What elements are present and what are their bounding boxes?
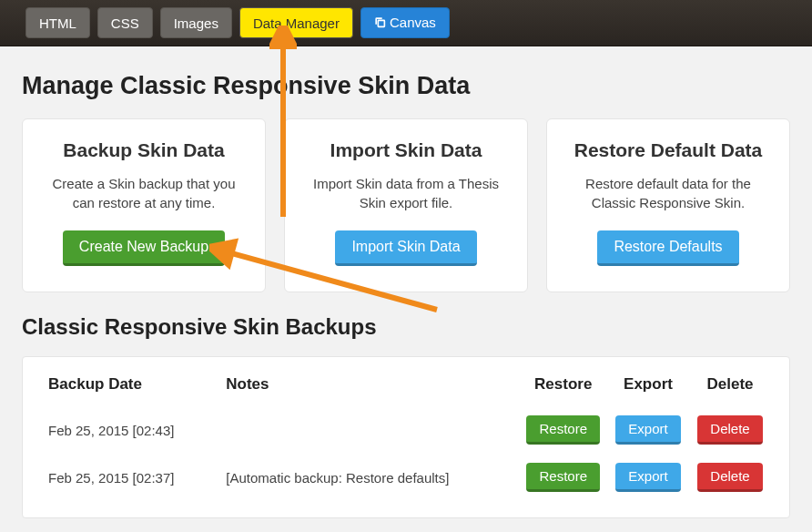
backups-table-wrap: Backup Date Notes Restore Export Delete … xyxy=(22,356,790,518)
create-backup-button[interactable]: Create New Backup xyxy=(63,230,225,266)
th-notes: Notes xyxy=(218,370,519,406)
table-row: Feb 25, 2015 [02:37] [Automatic backup: … xyxy=(41,454,771,501)
th-export: Export xyxy=(607,370,689,406)
tab-html[interactable]: HTML xyxy=(25,7,90,38)
import-skin-button[interactable]: Import Skin Data xyxy=(335,230,476,266)
cell-notes: [Automatic backup: Restore defaults] xyxy=(218,454,519,501)
export-button[interactable]: Export xyxy=(615,463,680,492)
main-content: Manage Classic Responsive Skin Data Back… xyxy=(0,46,812,518)
card-backup-text: Create a Skin backup that you can restor… xyxy=(41,174,247,212)
card-import-title: Import Skin Data xyxy=(303,139,509,161)
th-restore: Restore xyxy=(519,370,607,406)
th-date: Backup Date xyxy=(41,370,218,406)
tab-images[interactable]: Images xyxy=(160,7,232,38)
backups-heading: Classic Responsive Skin Backups xyxy=(22,314,790,340)
table-row: Feb 25, 2015 [02:43] Restore Export Dele… xyxy=(41,406,771,454)
card-restore: Restore Default Data Restore default dat… xyxy=(546,118,790,292)
page-title: Manage Classic Responsive Skin Data xyxy=(22,72,790,100)
card-restore-title: Restore Default Data xyxy=(565,139,771,161)
restore-defaults-button[interactable]: Restore Defaults xyxy=(597,230,738,266)
card-backup: Backup Skin Data Create a Skin backup th… xyxy=(22,118,266,292)
th-delete: Delete xyxy=(689,370,771,406)
tab-canvas-label: Canvas xyxy=(390,15,436,30)
restore-button[interactable]: Restore xyxy=(526,415,600,445)
card-import: Import Skin Data Import Skin data from a… xyxy=(284,118,528,292)
cell-date: Feb 25, 2015 [02:43] xyxy=(41,406,218,454)
delete-button[interactable]: Delete xyxy=(697,463,762,492)
copy-icon xyxy=(374,15,386,31)
backups-table: Backup Date Notes Restore Export Delete … xyxy=(41,370,771,501)
export-button[interactable]: Export xyxy=(615,415,680,445)
restore-button[interactable]: Restore xyxy=(526,463,600,492)
top-tab-bar: HTML CSS Images Data Manager Canvas xyxy=(0,0,812,46)
tab-data-manager[interactable]: Data Manager xyxy=(239,7,353,38)
cell-date: Feb 25, 2015 [02:37] xyxy=(41,454,218,501)
cards-row: Backup Skin Data Create a Skin backup th… xyxy=(22,118,790,292)
tab-css[interactable]: CSS xyxy=(97,7,153,38)
tab-canvas[interactable]: Canvas xyxy=(360,7,450,38)
card-backup-title: Backup Skin Data xyxy=(41,139,247,161)
cell-notes xyxy=(218,406,519,454)
card-import-text: Import Skin data from a Thesis Skin expo… xyxy=(303,174,509,212)
svg-rect-0 xyxy=(378,20,384,26)
card-restore-text: Restore default data for the Classic Res… xyxy=(565,174,771,212)
delete-button[interactable]: Delete xyxy=(697,415,762,445)
